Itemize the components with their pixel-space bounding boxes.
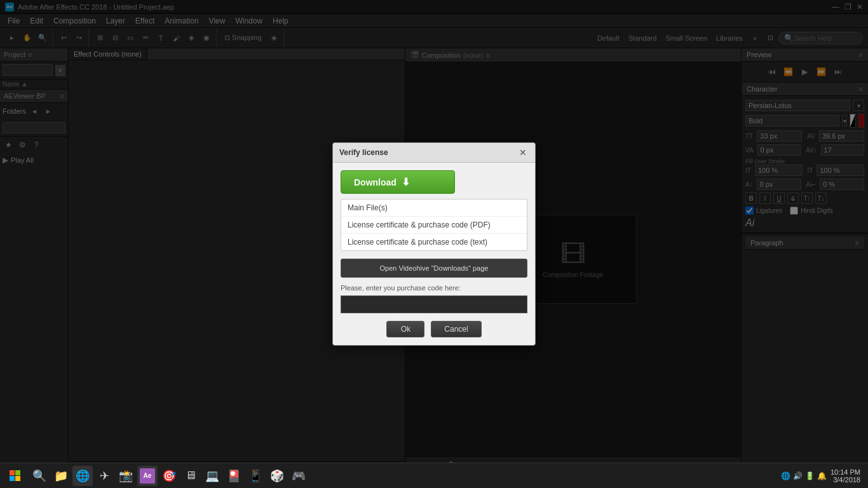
modal-title: Verify license	[339, 148, 388, 157]
taskbar-app6-icon[interactable]: 📱	[245, 466, 266, 486]
taskbar-aftereffects-icon[interactable]: Ae	[137, 466, 158, 486]
taskbar-clock[interactable]: 10:14 PM 3/4/2018	[831, 468, 865, 484]
taskbar-search-icon[interactable]: 🔍	[29, 466, 50, 486]
taskbar-app7-icon[interactable]: 🎲	[267, 466, 287, 486]
modal-button-group: Ok Cancel	[341, 321, 527, 337]
modal-title-bar: Verify license ✕	[333, 143, 535, 163]
download-label: Download	[354, 177, 397, 187]
taskbar-tray: 🌐 🔊 🔋 🔔	[778, 471, 829, 480]
modal-overlay: Verify license ✕ Download ⬇ Main File(s)…	[0, 0, 868, 488]
taskbar-app2-icon[interactable]: 🎯	[159, 466, 179, 486]
taskbar-app1-icon[interactable]: 📸	[116, 466, 136, 486]
purchase-code-label: Please, enter you purchase code here:	[341, 284, 527, 292]
dropdown-license-text[interactable]: License certificate & purchase code (tex…	[341, 234, 527, 250]
svg-rect-1	[15, 470, 20, 475]
taskbar-app4-icon[interactable]: 💻	[202, 466, 222, 486]
tray-battery-icon[interactable]: 🔋	[805, 471, 815, 480]
tray-volume-icon[interactable]: 🔊	[793, 471, 803, 480]
taskbar-telegram-icon[interactable]: ✈	[94, 466, 114, 486]
ok-button[interactable]: Ok	[386, 321, 424, 337]
tray-network-icon[interactable]: 🌐	[781, 471, 790, 480]
modal-close-button[interactable]: ✕	[517, 147, 529, 158]
open-videohive-button[interactable]: Open Videohive "Downloads" page	[341, 259, 527, 278]
download-button[interactable]: Download ⬇	[341, 170, 455, 194]
windows-start-button[interactable]	[3, 466, 28, 486]
taskbar-app3-icon[interactable]: 🖥	[180, 466, 201, 486]
download-dropdown-menu: Main File(s) License certificate & purch…	[341, 199, 527, 251]
tray-notification-icon[interactable]: 🔔	[817, 471, 827, 480]
taskbar-browser-icon[interactable]: 🌐	[72, 466, 93, 486]
purchase-code-input[interactable]	[341, 295, 527, 313]
taskbar-app8-icon[interactable]: 🎮	[288, 466, 309, 486]
dropdown-license-pdf[interactable]: License certificate & purchase code (PDF…	[341, 217, 527, 234]
taskbar: 🔍 📁 🌐 ✈ 📸 Ae 🎯 🖥 💻 🎴 📱 🎲 🎮 🌐 🔊 🔋 🔔 10:14…	[0, 463, 868, 488]
taskbar-time: 10:14 PM	[831, 468, 860, 476]
taskbar-app5-icon[interactable]: 🎴	[224, 466, 244, 486]
taskbar-files-icon[interactable]: 📁	[51, 466, 71, 486]
dropdown-main-files[interactable]: Main File(s)	[341, 200, 527, 217]
taskbar-date: 3/4/2018	[831, 476, 860, 484]
modal-body: Download ⬇ Main File(s) License certific…	[333, 163, 535, 345]
svg-rect-3	[15, 476, 20, 481]
download-arrow-icon: ⬇	[402, 176, 410, 188]
windows-logo-icon	[10, 470, 21, 482]
svg-rect-0	[10, 470, 15, 475]
svg-rect-2	[10, 476, 15, 481]
verify-license-modal: Verify license ✕ Download ⬇ Main File(s)…	[332, 142, 536, 346]
cancel-button[interactable]: Cancel	[431, 321, 481, 337]
